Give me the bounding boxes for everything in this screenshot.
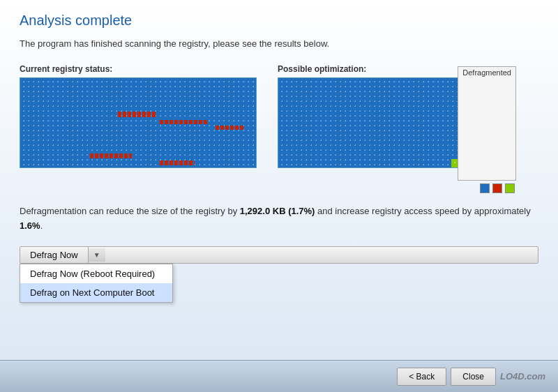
frag-patch-1 — [118, 112, 156, 117]
current-registry-block: Current registry status: — [20, 64, 257, 193]
frag-patch-2 — [160, 120, 209, 124]
defrag-dropdown-container[interactable]: Defrag Now ▼ Defrag Now (Reboot Required… — [20, 246, 538, 264]
legend-dot-blue — [480, 183, 490, 193]
defrag-dropdown-button[interactable]: Defrag Now ▼ — [20, 246, 538, 264]
dropdown-arrow-icon[interactable]: ▼ — [89, 248, 105, 262]
legend-dots — [278, 183, 515, 193]
page-title: Analysis complete — [20, 13, 538, 29]
main-panel: Analysis complete The program has finish… — [0, 0, 558, 360]
bottom-bar: < Back Close LO4D.com — [0, 360, 558, 392]
current-registry-grid — [20, 77, 257, 168]
description-text: Defragmentation can reduce the size of t… — [20, 204, 538, 234]
menu-item-defrag-now[interactable]: Defrag Now (Reboot Required) — [20, 264, 172, 283]
legend-dot-green — [505, 183, 515, 193]
optimization-block: Possible optimization: Defragmented — [278, 64, 515, 193]
watermark-text: LO4D.com — [500, 371, 545, 382]
legend-dot-red — [492, 183, 502, 193]
close-button[interactable]: Close — [451, 368, 496, 386]
subtitle-text: The program has finished scanning the re… — [20, 38, 538, 49]
menu-item-defrag-next-boot[interactable]: Defrag on Next Computer Boot — [20, 283, 172, 302]
defragmented-label: Defragmented — [458, 66, 516, 181]
frag-patch-3 — [90, 153, 132, 158]
frag-patch-4 — [160, 160, 195, 165]
dropdown-main-label[interactable]: Defrag Now — [20, 247, 89, 263]
bottom-right-actions: < Back Close LO4D.com — [397, 368, 545, 386]
current-registry-label: Current registry status: — [20, 64, 257, 74]
back-button[interactable]: < Back — [397, 368, 446, 386]
visualizations-container: Current registry status: Possible optimi… — [20, 64, 538, 193]
defrag-dropdown-menu: Defrag Now (Reboot Required) Defrag on N… — [20, 264, 173, 303]
speed-increase-value: 1.6% — [20, 220, 40, 231]
size-reduction-value: 1,292.0 KB (1.7%) — [240, 206, 315, 216]
frag-patch-5 — [216, 126, 243, 130]
